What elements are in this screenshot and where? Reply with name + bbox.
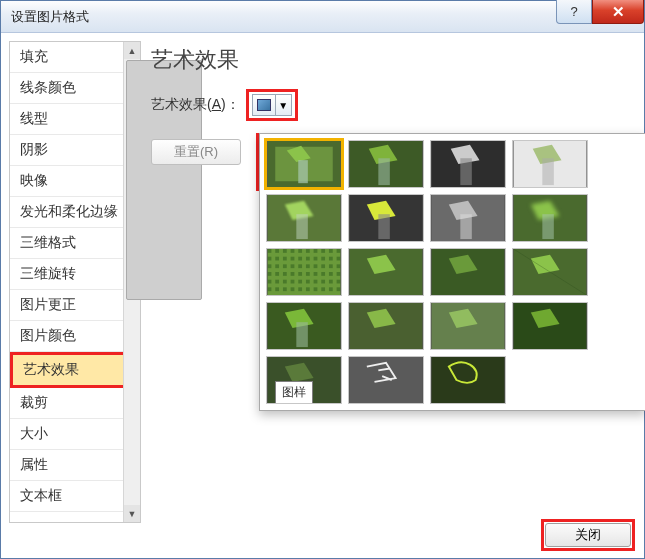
effect-thumb[interactable] bbox=[512, 194, 588, 242]
effect-thumb[interactable] bbox=[266, 248, 342, 296]
sidebar-item-line-color[interactable]: 线条颜色 bbox=[10, 73, 140, 104]
page-title: 艺术效果 bbox=[151, 45, 636, 75]
svg-rect-11 bbox=[296, 214, 308, 239]
effect-label: 艺术效果(A)： bbox=[151, 96, 240, 114]
sidebar-item-size[interactable]: 大小 bbox=[10, 419, 140, 450]
sidebar: 填充 线条颜色 线型 阴影 映像 发光和柔化边缘 三维格式 三维旋转 图片更正 … bbox=[9, 41, 141, 523]
dialog-window: 设置图片格式 ? ✕ 填充 线条颜色 线型 阴影 映像 发光和柔化边缘 三维格式… bbox=[0, 0, 645, 559]
effect-thumb[interactable] bbox=[348, 248, 424, 296]
effect-thumb[interactable] bbox=[430, 356, 506, 404]
svg-rect-29 bbox=[432, 303, 505, 349]
window-title: 设置图片格式 bbox=[11, 8, 89, 26]
close-button[interactable]: 关闭 bbox=[545, 523, 631, 547]
effect-dropdown-highlight: ▼ bbox=[246, 89, 298, 121]
sidebar-scrollbar[interactable]: ▲ ▼ bbox=[123, 42, 140, 522]
sidebar-item-textbox[interactable]: 文本框 bbox=[10, 481, 140, 512]
effect-thumb[interactable] bbox=[430, 302, 506, 350]
effect-thumb[interactable] bbox=[430, 140, 506, 188]
sidebar-item-crop[interactable]: 裁剪 bbox=[10, 388, 140, 419]
effect-thumb[interactable] bbox=[348, 302, 424, 350]
window-close-button[interactable]: ✕ bbox=[592, 0, 644, 24]
svg-rect-26 bbox=[296, 322, 308, 347]
effect-label-pre: 艺术效果( bbox=[151, 96, 212, 112]
sidebar-item-shadow[interactable]: 阴影 bbox=[10, 135, 140, 166]
sidebar-item-fill[interactable]: 填充 bbox=[10, 42, 140, 73]
effect-thumb[interactable] bbox=[512, 140, 588, 188]
picture-icon bbox=[257, 99, 271, 111]
effect-thumb[interactable] bbox=[348, 356, 424, 404]
svg-rect-8 bbox=[542, 158, 554, 185]
titlebar-buttons: ? ✕ bbox=[556, 1, 644, 32]
sidebar-item-artistic-effects[interactable]: 艺术效果 bbox=[10, 352, 140, 388]
svg-rect-2 bbox=[298, 160, 308, 183]
scroll-up-icon[interactable]: ▲ bbox=[124, 42, 140, 59]
reset-button: 重置(R) bbox=[151, 139, 241, 165]
effect-thumb[interactable] bbox=[430, 248, 506, 296]
effect-thumb-pattern[interactable]: 图样 bbox=[266, 356, 342, 404]
effect-tooltip: 图样 bbox=[275, 381, 313, 404]
sidebar-item-line-style[interactable]: 线型 bbox=[10, 104, 140, 135]
effect-label-post: )： bbox=[221, 96, 240, 112]
chevron-down-icon[interactable]: ▼ bbox=[276, 94, 292, 116]
effect-gallery: 图样 bbox=[259, 133, 645, 411]
sidebar-item-glow[interactable]: 发光和柔化边缘 bbox=[10, 197, 140, 228]
effect-dropdown-button[interactable] bbox=[252, 94, 276, 116]
titlebar: 设置图片格式 ? ✕ bbox=[1, 1, 644, 33]
effect-thumb[interactable] bbox=[512, 302, 588, 350]
sidebar-item-picture-corrections[interactable]: 图片更正 bbox=[10, 290, 140, 321]
effect-label-key: A bbox=[212, 96, 221, 112]
svg-rect-15 bbox=[460, 214, 472, 239]
svg-rect-13 bbox=[378, 214, 390, 239]
effect-thumb[interactable] bbox=[266, 302, 342, 350]
effect-thumb[interactable] bbox=[348, 194, 424, 242]
annotation-highlight: 关闭 bbox=[541, 519, 635, 551]
effect-row: 艺术效果(A)： ▼ bbox=[151, 89, 636, 121]
dialog-body: 填充 线条颜色 线型 阴影 映像 发光和柔化边缘 三维格式 三维旋转 图片更正 … bbox=[1, 33, 644, 523]
effect-thumb[interactable] bbox=[512, 248, 588, 296]
help-button[interactable]: ? bbox=[556, 0, 592, 24]
main-panel: 艺术效果 艺术效果(A)： ▼ 重置(R) bbox=[149, 41, 636, 523]
sidebar-item-3d-format[interactable]: 三维格式 bbox=[10, 228, 140, 259]
scroll-down-icon[interactable]: ▼ bbox=[124, 505, 140, 522]
effect-thumb[interactable] bbox=[348, 140, 424, 188]
svg-rect-6 bbox=[460, 158, 472, 185]
dialog-footer: 关闭 bbox=[541, 519, 635, 551]
effect-thumb[interactable] bbox=[266, 194, 342, 242]
sidebar-item-properties[interactable]: 属性 bbox=[10, 450, 140, 481]
sidebar-list: 填充 线条颜色 线型 阴影 映像 发光和柔化边缘 三维格式 三维旋转 图片更正 … bbox=[10, 42, 140, 522]
sidebar-item-reflection[interactable]: 映像 bbox=[10, 166, 140, 197]
svg-rect-4 bbox=[378, 158, 390, 185]
svg-rect-20 bbox=[268, 249, 341, 295]
sidebar-item-picture-color[interactable]: 图片颜色 bbox=[10, 321, 140, 352]
sidebar-item-3d-rotation[interactable]: 三维旋转 bbox=[10, 259, 140, 290]
effect-thumb[interactable] bbox=[430, 194, 506, 242]
svg-rect-17 bbox=[542, 214, 554, 239]
effect-thumb[interactable] bbox=[266, 140, 342, 188]
